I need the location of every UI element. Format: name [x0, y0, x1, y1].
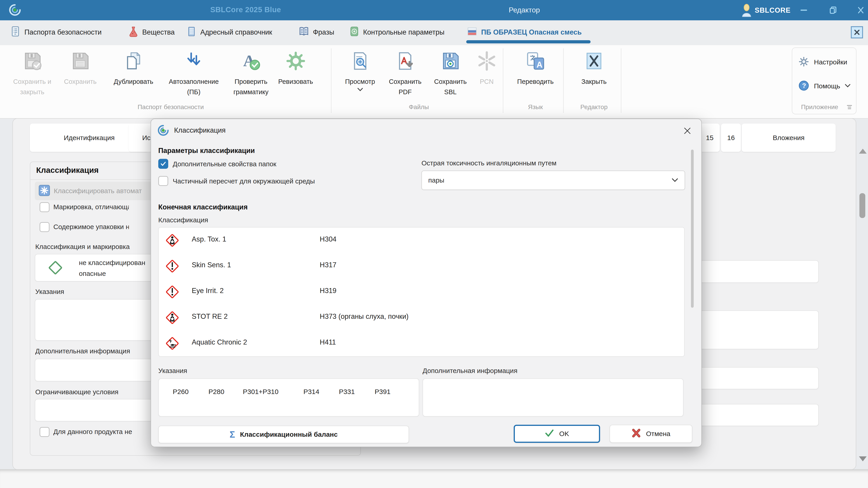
additional-info-label: Дополнительная информация	[423, 367, 517, 375]
h-code: H373 (органы слуха, почки)	[320, 313, 409, 321]
save-sbl-button[interactable]: Сохранить SBL	[428, 51, 473, 97]
dialog-close-button[interactable]	[681, 125, 693, 137]
package-contents-checkbox[interactable]	[39, 222, 50, 232]
save-pdf-button[interactable]: Сохранить PDF	[382, 51, 428, 97]
app-title: SBLCore 2025 Blue	[210, 5, 281, 14]
user-name[interactable]: SBLCORE	[755, 6, 791, 14]
ribbon-label: Сохранить	[64, 76, 97, 87]
partial-recalc-checkbox[interactable]	[158, 176, 168, 186]
page-tab-label: Идентификация	[64, 134, 115, 142]
ribbon-group-label-files: Файлы	[338, 103, 500, 111]
dialog-scrollbar-thumb[interactable]	[691, 150, 694, 308]
p-code[interactable]: P331	[339, 388, 355, 396]
classification-balance-button[interactable]: Σ Классификационный баланс	[158, 426, 409, 443]
autofill-button[interactable]: Автозаполнение (ПБ)	[163, 51, 224, 97]
target-icon	[349, 26, 360, 39]
p-code[interactable]: P314	[303, 388, 319, 396]
revise-button[interactable]: Ревизовать	[271, 51, 320, 87]
minimize-button[interactable]	[796, 2, 812, 19]
classification-row[interactable]: Skin Sens. 1 H317	[159, 253, 684, 279]
auto-classify-icon	[38, 184, 51, 198]
ribbon-label: Проверить грамматику	[226, 76, 276, 97]
gear-green-icon	[285, 51, 306, 73]
additional-info-box[interactable]	[423, 379, 683, 417]
check-grammar-button[interactable]: A Проверить грамматику	[226, 51, 276, 97]
title-bar: SBLCore 2025 Blue Редактор SBLCORE	[0, 0, 868, 20]
hazard-class: Aquatic Chronic 2	[192, 338, 247, 346]
close-x-icon	[584, 51, 604, 73]
scroll-down-arrow[interactable]	[859, 456, 867, 461]
not-classified-line2: опасные	[79, 270, 156, 278]
cancel-button[interactable]: Отмена	[610, 425, 692, 443]
save-and-close-button[interactable]: Сохранить и закрыть	[7, 51, 58, 97]
duplicate-pages-icon	[123, 51, 144, 73]
tab-substances[interactable]: Вещества	[128, 20, 175, 44]
active-tab-indicator	[466, 40, 591, 43]
classification-row[interactable]: Asp. Tox. 1 H304	[159, 228, 684, 253]
preview-magnifier-icon	[350, 51, 371, 73]
label-differs-label: Маркировка, отличающая	[53, 203, 129, 211]
p-code[interactable]: P280	[209, 388, 224, 396]
classification-dialog: Классификация Параметры классификации До…	[151, 119, 702, 447]
pcn-button[interactable]: PCN	[474, 51, 500, 87]
ghs-exclamation-icon	[164, 258, 181, 275]
selected-option: пары	[428, 176, 444, 184]
close-tab-button[interactable]	[851, 26, 863, 38]
p-code[interactable]: P260	[173, 388, 189, 396]
classification-row[interactable]: STOT RE 2 H373 (органы слуха, почки)	[159, 305, 684, 330]
page-tab-16[interactable]: 16	[721, 124, 741, 152]
gear-icon	[798, 56, 810, 69]
classification-row[interactable]: Eye Irrit. 2 H319	[159, 279, 684, 305]
tab-address-book[interactable]: Адресный справочник	[186, 20, 272, 44]
ghs-health-hazard-icon	[164, 232, 181, 250]
scrollbar-thumb[interactable]	[860, 193, 865, 218]
double-arrow-down-icon	[183, 51, 204, 73]
save-button[interactable]: Сохранить	[58, 51, 103, 87]
label-differs-checkbox[interactable]	[39, 202, 50, 212]
ribbon-label: Сохранить и закрыть	[7, 76, 58, 97]
floppy-check-icon	[22, 51, 43, 73]
translate-button[interactable]: A Переводить	[510, 51, 560, 87]
close-editor-button[interactable]: Закрыть	[574, 51, 614, 87]
help-label: Помощь	[814, 82, 840, 90]
hazard-class: Skin Sens. 1	[192, 261, 231, 269]
view-title: Редактор	[509, 6, 540, 14]
chevron-down-icon	[671, 177, 679, 184]
ribbon-separator	[503, 48, 503, 113]
ok-button[interactable]: OK	[514, 425, 600, 443]
ghs-exclamation-icon	[164, 283, 181, 301]
duplicate-button[interactable]: Дублировать	[106, 51, 161, 87]
tab-phrases[interactable]: Фразы	[298, 20, 334, 44]
classification-row[interactable]: Aquatic Chronic 2 H411	[159, 330, 684, 356]
settings-button[interactable]: Настройки	[798, 56, 847, 69]
document-list-icon	[9, 26, 21, 39]
page-tab-attachments[interactable]: Вложения	[742, 124, 836, 152]
preview-button[interactable]: Просмотр	[338, 51, 382, 93]
tab-safety-data-sheets[interactable]: Паспорта безопасности	[9, 20, 101, 44]
statements-label: Указания	[158, 367, 187, 375]
page-tab-15[interactable]: 15	[700, 124, 720, 152]
p-codes-box[interactable]: P260 P280 P301+P310 P314 P331 P391	[158, 379, 419, 417]
asterisk-icon	[476, 51, 497, 73]
tab-label: Контрольные параметры	[363, 28, 444, 36]
red-x-icon	[631, 429, 641, 439]
no-product-checkbox[interactable]	[39, 427, 50, 437]
folder-props-checkbox[interactable]	[158, 159, 168, 169]
flask-icon	[128, 26, 139, 39]
ribbon-label: Ревизовать	[278, 76, 313, 87]
sbl-floppy-icon	[440, 51, 461, 73]
p-code[interactable]: P301+P310	[243, 388, 279, 396]
ribbon-label: Автозаполнение (ПБ)	[163, 76, 224, 97]
group-menu-icon[interactable]	[846, 104, 853, 111]
h-code: H317	[320, 261, 336, 269]
tab-control-parameters[interactable]: Контрольные параметры	[349, 20, 444, 44]
svg-text:A: A	[536, 60, 542, 69]
help-button[interactable]: ? Помощь	[798, 79, 851, 93]
maximize-button[interactable]	[825, 2, 841, 19]
close-window-button[interactable]	[853, 2, 868, 19]
ribbon-label: Сохранить PDF	[382, 76, 428, 97]
inhalation-toxicity-select[interactable]: пары	[422, 170, 685, 190]
p-code[interactable]: P391	[375, 388, 391, 396]
scroll-up-arrow[interactable]	[859, 149, 867, 154]
main-tab-bar: Паспорта безопасности Вещества Адресный …	[0, 20, 868, 46]
